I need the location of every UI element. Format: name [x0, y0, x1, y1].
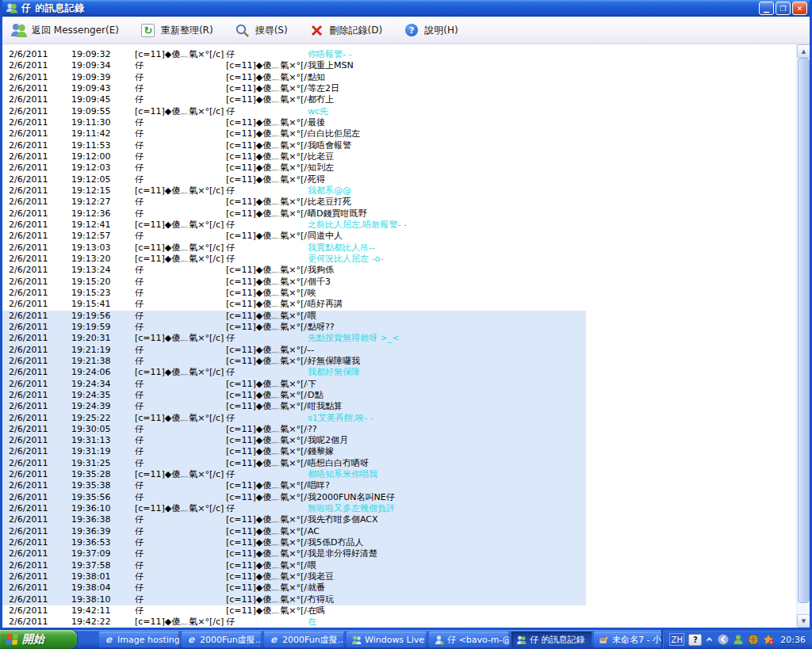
toolbar-button-5[interactable]: ?說明(H)	[403, 22, 458, 38]
log-row[interactable]: 2/6/201119:37:09仔[c=11]◆傻﹏氣×°[/c]我是非分得好清…	[2, 548, 586, 559]
log-row[interactable]: 2/6/201119:15:41仔[c=11]◆傻﹏氣×°[/c]唔好再講	[2, 299, 586, 310]
taskbar-task-2[interactable]: e2000Fun虛擬...	[182, 632, 262, 647]
log-row[interactable]: 2/6/201119:36:38仔[c=11]◆傻﹏氣×°[/c]我先冇咁多個A…	[2, 514, 586, 525]
scroll-up-button[interactable]: ▲	[797, 44, 810, 58]
log-row[interactable]: 2/6/201119:31:13仔[c=11]◆傻﹏氣×°[/c]我呢2個月	[2, 435, 586, 446]
log-row[interactable]: 2/6/201119:35:38仔[c=11]◆傻﹏氣×°[/c]唱咩?	[2, 480, 586, 491]
log-row[interactable]: 2/6/201119:36:39仔[c=11]◆傻﹏氣×°[/c]AC	[2, 526, 586, 537]
cell-from: 仔	[135, 514, 226, 525]
titlebar[interactable]: 仔 的訊息記錄 ▁ ❐ ✕	[2, 0, 810, 17]
log-row[interactable]: 2/6/201119:12:05仔[c=11]◆傻﹏氣×°[/c]死得	[2, 174, 586, 185]
keyboard-help-icon[interactable]: ?	[688, 634, 702, 646]
cell-time: 19:19:59	[71, 322, 135, 333]
log-row[interactable]: 2/6/201119:12:41[c=11]◆傻﹏氣×°[/c]仔之前比人屈左,…	[2, 220, 586, 231]
log-row[interactable]: 2/6/201119:09:34仔[c=11]◆傻﹏氣×°[/c]我重上MSN	[2, 60, 586, 71]
cell-time: 19:11:53	[71, 140, 135, 151]
log-row[interactable]: 2/6/201119:12:15[c=11]◆傻﹏氣×°[/c]仔我都系@@	[2, 185, 586, 197]
log-row[interactable]: 2/6/201119:11:53仔[c=11]◆傻﹏氣×°[/c]我唔會報警	[2, 140, 586, 151]
cell-from: 仔	[135, 174, 226, 185]
scroll-down-button[interactable]: ▼	[797, 614, 810, 628]
vertical-scrollbar[interactable]: ▲ ▼	[796, 44, 810, 628]
log-row[interactable]: 2/6/201119:20:31[c=11]◆傻﹏氣×°[/c]仔先點按貨無得賴…	[2, 333, 586, 344]
log-row[interactable]: 2/6/201119:09:32[c=11]◆傻﹏氣×°[/c]仔你唔報警- -	[2, 49, 586, 60]
log-row[interactable]: 2/6/201119:24:39仔[c=11]◆傻﹏氣×°[/c]咁我點算	[2, 401, 586, 412]
start-label: 開始	[22, 632, 44, 647]
taskbar-task-7[interactable]: 未命名7 - 小畫家	[594, 632, 661, 647]
log-row[interactable]: 2/6/201119:36:10[c=11]◆傻﹏氣×°[/c]仔無啦啦又多左幾…	[2, 503, 586, 514]
log-row[interactable]: 2/6/201119:25:22[c=11]◆傻﹏氣×°[/c]仔s1艾美再館,…	[2, 413, 586, 424]
toolbar-button-3[interactable]: 搜尋(S)	[234, 22, 288, 38]
toolbar-button-label: 重新整理(R)	[161, 24, 213, 37]
log-row[interactable]: 2/6/201119:12:03仔[c=11]◆傻﹏氣×°[/c]知到左	[2, 162, 586, 174]
log-row[interactable]: 2/6/201119:11:30仔[c=11]◆傻﹏氣×°[/c]最後	[2, 117, 586, 128]
log-row[interactable]: 2/6/201119:36:53仔[c=11]◆傻﹏氣×°[/c]我5係D冇品人	[2, 537, 586, 548]
taskbar-task-6[interactable]: 仔 的訊息記錄	[511, 632, 592, 647]
log-row[interactable]: 2/6/201119:21:19仔[c=11]◆傻﹏氣×°[/c]--	[2, 345, 586, 356]
log-row[interactable]: 2/6/201119:15:23仔[c=11]◆傻﹏氣×°[/c]唉	[2, 288, 586, 299]
taskbar-task-5[interactable]: 仔 <bavo-m-@...	[429, 632, 509, 647]
messenger-status-icon[interactable]	[732, 634, 744, 646]
cell-date: 2/6/2011	[2, 480, 71, 491]
cell-to: [c=11]◆傻﹏氣×°[/c]	[226, 162, 308, 174]
taskbar-task-4[interactable]: Windows Live M...	[347, 632, 427, 647]
cell-date: 2/6/2011	[2, 140, 71, 151]
cell-date: 2/6/2011	[2, 60, 71, 71]
log-row[interactable]: 2/6/201119:37:58仔[c=11]◆傻﹏氣×°[/c]喂	[2, 560, 586, 571]
log-row[interactable]: 2/6/201119:15:20仔[c=11]◆傻﹏氣×°[/c]個千3	[2, 277, 586, 288]
toolbar-button-2[interactable]: ↻重新整理(R)	[140, 22, 213, 38]
log-row[interactable]: 2/6/201119:12:36仔[c=11]◆傻﹏氣×°[/c]晒D錢買咁既野	[2, 208, 586, 220]
cell-message: 我都好無保障	[308, 367, 586, 378]
log-row[interactable]: 2/6/201119:38:01仔[c=11]◆傻﹏氣×°[/c]我老豆	[2, 571, 586, 582]
log-row[interactable]: 2/6/201119:19:59仔[c=11]◆傻﹏氣×°[/c]點呀??	[2, 322, 586, 333]
log-row[interactable]: 2/6/201119:12:57仔[c=11]◆傻﹏氣×°[/c]同道中人	[2, 231, 586, 242]
cell-to: [c=11]◆傻﹏氣×°[/c]	[226, 265, 308, 276]
cell-time: 19:12:41	[71, 220, 135, 231]
log-row[interactable]: 2/6/201119:09:45仔[c=11]◆傻﹏氣×°[/c]都冇上	[2, 94, 586, 105]
log-row[interactable]: 2/6/201119:42:22[c=11]◆傻﹏氣×°[/c]仔在	[2, 617, 586, 628]
start-button[interactable]: 開始	[0, 630, 77, 649]
log-row[interactable]: 2/6/201119:24:06[c=11]◆傻﹏氣×°[/c]仔我都好無保障	[2, 367, 586, 378]
cell-time: 19:36:53	[71, 537, 135, 548]
globe-icon[interactable]	[747, 634, 759, 646]
log-row[interactable]: 2/6/201119:24:34仔[c=11]◆傻﹏氣×°[/c]下	[2, 379, 586, 390]
taskbar-task-1[interactable]: eImage hosting, ...	[99, 632, 179, 647]
language-indicator[interactable]: ZH	[669, 633, 684, 646]
log-row[interactable]: 2/6/201119:13:20[c=11]◆傻﹏氣×°[/c]仔更何況比人屈左…	[2, 254, 586, 265]
restore-button[interactable]: ❐	[776, 2, 791, 15]
log-row[interactable]: 2/6/201119:09:55[c=11]◆傻﹏氣×°[/c]仔wc先	[2, 106, 586, 117]
msn-alert-icon[interactable]	[762, 634, 774, 646]
log-row[interactable]: 2/6/201119:12:00仔[c=11]◆傻﹏氣×°[/c]比老豆	[2, 151, 586, 162]
log-row[interactable]: 2/6/201119:30:05仔[c=11]◆傻﹏氣×°[/c]??	[2, 424, 586, 435]
log-row[interactable]: 2/6/201119:09:39仔[c=11]◆傻﹏氣×°[/c]點知	[2, 72, 586, 83]
taskbar-task-3[interactable]: e2000Fun虛擬...	[264, 632, 344, 647]
cell-from: 仔	[135, 446, 226, 457]
log-row[interactable]: 2/6/201119:11:42仔[c=11]◆傻﹏氣×°[/c]白白比佢屈左	[2, 128, 586, 139]
close-button[interactable]: ✕	[792, 2, 807, 15]
log-row[interactable]: 2/6/201119:35:28[c=11]◆傻﹏氣×°[/c]仔都唔知系米你唱…	[2, 469, 586, 480]
log-row[interactable]: 2/6/201119:38:10仔[c=11]◆傻﹏氣×°[/c]冇得玩	[2, 594, 586, 605]
remove-hardware-icon[interactable]	[717, 634, 729, 646]
log-row[interactable]: 2/6/201119:38:04仔[c=11]◆傻﹏氣×°[/c]就番	[2, 582, 586, 594]
toolbar-button-4[interactable]: 刪除記錄(D)	[308, 22, 383, 38]
minimize-button[interactable]: ▁	[759, 2, 774, 15]
log-row[interactable]: 2/6/201119:13:03[c=11]◆傻﹏氣×°[/c]仔我買點都比人吊…	[2, 242, 586, 254]
log-row[interactable]: 2/6/201119:31:25仔[c=11]◆傻﹏氣×°[/c]唔想白白冇哂呀	[2, 458, 586, 469]
taskbar: 開始 eImage hosting, ...e2000Fun虛擬...e2000…	[0, 630, 812, 649]
cell-time: 19:25:22	[71, 413, 135, 424]
chevron-up-icon[interactable]	[706, 636, 713, 643]
log-row[interactable]: 2/6/201119:42:11仔[c=11]◆傻﹏氣×°[/c]在嗎	[2, 605, 586, 617]
log-rows: 2/6/201119:09:32[c=11]◆傻﹏氣×°[/c]仔你唔報警- -…	[2, 44, 796, 628]
log-row[interactable]: 2/6/201119:13:24仔[c=11]◆傻﹏氣×°[/c]我夠係	[2, 265, 586, 276]
log-row[interactable]: 2/6/201119:31:19仔[c=11]◆傻﹏氣×°[/c]錢黎嫁	[2, 446, 586, 457]
log-row[interactable]: 2/6/201119:21:38仔[c=11]◆傻﹏氣×°[/c]好無保障囉我	[2, 356, 586, 367]
scroll-thumb[interactable]	[798, 58, 810, 603]
cell-time: 19:31:13	[71, 435, 135, 446]
cell-from: 仔	[135, 117, 226, 128]
log-row[interactable]: 2/6/201119:24:35仔[c=11]◆傻﹏氣×°[/c]D點	[2, 390, 586, 401]
log-row[interactable]: 2/6/201119:19:56仔[c=11]◆傻﹏氣×°[/c]喂	[2, 311, 586, 322]
log-row[interactable]: 2/6/201119:09:43仔[c=11]◆傻﹏氣×°[/c]等左2日	[2, 83, 586, 94]
log-row[interactable]: 2/6/201119:35:56仔[c=11]◆傻﹏氣×°[/c]我2000FU…	[2, 492, 586, 503]
toolbar-button-1[interactable]: 返回 Messenger(E)	[10, 22, 119, 38]
clock[interactable]: 20:36	[780, 635, 806, 645]
log-row[interactable]: 2/6/201119:12:27仔[c=11]◆傻﹏氣×°[/c]比老豆打死	[2, 197, 586, 208]
